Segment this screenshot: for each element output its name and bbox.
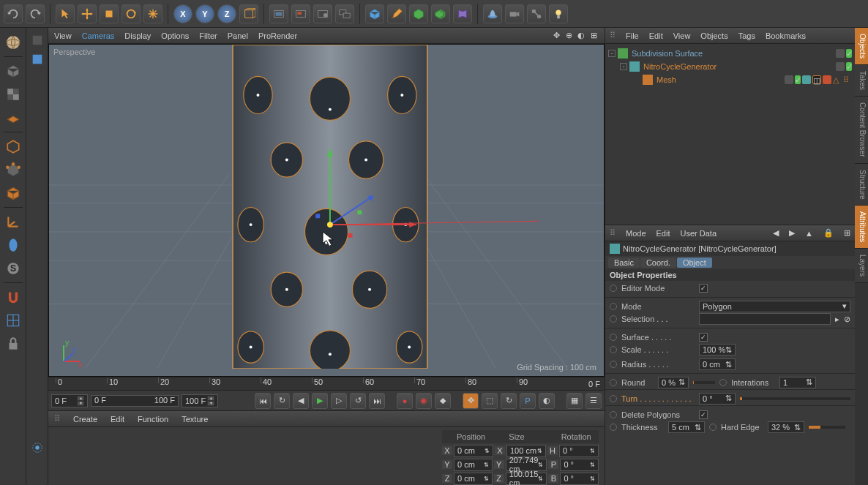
vtab-objects[interactable]: Objects xyxy=(855,28,868,65)
vp-nav-2[interactable]: ⊕ xyxy=(564,31,574,41)
vp-menu-filter[interactable]: Filter xyxy=(199,31,217,40)
key-scale-button[interactable]: ⬚ xyxy=(482,393,498,409)
z-axis-button[interactable]: Z xyxy=(217,4,236,23)
autokey-button[interactable]: ◉ xyxy=(416,393,432,409)
vp-menu-cameras[interactable]: Cameras xyxy=(82,31,115,40)
texture-mode[interactable] xyxy=(3,84,23,105)
size-Z-field[interactable]: 100.015 cm⇅ xyxy=(506,473,547,485)
obj-menu-edit[interactable]: Edit xyxy=(649,31,663,40)
key-pos-button[interactable]: ✥ xyxy=(463,393,479,409)
tab-object[interactable]: Object xyxy=(677,257,712,268)
sculpt-tool[interactable]: S xyxy=(3,258,23,279)
subdivision-button[interactable] xyxy=(409,4,428,23)
primitive-button[interactable] xyxy=(365,4,384,23)
goto-end-button[interactable]: ⏭ xyxy=(369,393,385,409)
move-tool[interactable] xyxy=(78,4,97,23)
editor-mode-checkbox[interactable]: ✓ xyxy=(699,284,708,293)
model-mode[interactable] xyxy=(3,61,23,81)
timeline-opt1[interactable]: ▦ xyxy=(566,393,583,409)
tweak-tool[interactable] xyxy=(3,235,23,255)
prev-frame-button[interactable]: ◀ xyxy=(293,393,309,409)
vp-nav-1[interactable]: ✥ xyxy=(551,31,561,41)
size-X-field[interactable]: 100 cm⇅ xyxy=(506,445,546,457)
render-region-button[interactable] xyxy=(291,4,310,23)
vtab-attributes[interactable]: Attributes xyxy=(855,206,868,249)
attr-menu-mode[interactable]: Mode xyxy=(626,229,646,238)
y-axis-button[interactable]: Y xyxy=(195,4,214,23)
scale-tool[interactable] xyxy=(100,4,119,23)
attr-menu-edit[interactable]: Edit xyxy=(656,229,670,238)
key-rot-button[interactable]: ↻ xyxy=(501,393,517,409)
selection-clear-icon[interactable]: ⊘ xyxy=(844,315,850,324)
tree-item[interactable]: Mesh xyxy=(655,75,782,84)
tab-basic[interactable]: Basic xyxy=(608,257,640,268)
timeline-opt2[interactable]: ☰ xyxy=(585,393,602,409)
key-button[interactable]: ◆ xyxy=(435,393,451,409)
record-button[interactable]: ● xyxy=(397,393,413,409)
filter-1[interactable] xyxy=(27,32,48,48)
obj-menu-view[interactable]: View xyxy=(673,31,691,40)
axis-tool[interactable] xyxy=(3,211,23,232)
size-Y-field[interactable]: 207.749 cm⇅ xyxy=(506,459,547,471)
point-mode[interactable] xyxy=(3,159,23,180)
scale-field[interactable]: 100 %⇅ xyxy=(699,344,736,356)
vp-menu-panel[interactable]: Panel xyxy=(228,31,248,40)
obj-menu-objects[interactable]: Objects xyxy=(700,31,727,40)
end-frame-field[interactable]: 100 F▴▾ xyxy=(182,394,218,407)
attr-nav-up[interactable]: ▲ xyxy=(805,229,813,238)
current-frame-field[interactable]: 0 F▴▾ xyxy=(51,394,88,407)
round-field[interactable]: 0 %⇅ xyxy=(658,377,689,388)
step-fwd-loop-button[interactable]: ↺ xyxy=(350,393,366,409)
menu-function[interactable]: Function xyxy=(138,415,168,424)
selection-pick-icon[interactable]: ▸ xyxy=(835,315,839,324)
coord-system-button[interactable] xyxy=(239,4,258,23)
environment-button[interactable] xyxy=(483,4,502,23)
turn-slider[interactable] xyxy=(740,397,850,400)
viewport[interactable]: Perspective xyxy=(48,44,605,377)
tree-item[interactable]: Subdivision Surface xyxy=(630,49,834,58)
rot-H-field[interactable]: 0 °⇅ xyxy=(559,445,599,457)
thickness-field[interactable]: 5 cm⇅ xyxy=(668,421,705,433)
menu-texture[interactable]: Texture xyxy=(182,415,208,424)
render-queue-button[interactable] xyxy=(335,4,354,23)
redo-button[interactable] xyxy=(26,4,45,23)
camera-button[interactable] xyxy=(505,4,524,23)
render-button[interactable] xyxy=(269,4,288,23)
rot-B-field[interactable]: 0 °⇅ xyxy=(560,473,599,485)
vp-menu-prorender[interactable]: ProRender xyxy=(258,31,297,40)
object-mode[interactable] xyxy=(3,136,23,157)
attr-nav-back[interactable]: ◀ xyxy=(773,228,779,238)
delete-polygons-checkbox[interactable]: ✓ xyxy=(699,410,708,419)
vp-menu-options[interactable]: Options xyxy=(161,31,189,40)
selection-field[interactable] xyxy=(699,313,831,325)
object-tree[interactable]: -Subdivision Surface✓-NitroCycleGenerato… xyxy=(605,44,855,225)
tree-item[interactable]: NitroCycleGenerator xyxy=(642,62,834,71)
magnet-tool[interactable] xyxy=(3,287,23,307)
menu-edit[interactable]: Edit xyxy=(111,415,124,424)
timeline-scrub[interactable]: 0 F100 F xyxy=(91,395,179,407)
vtab-content[interactable]: Content Browser xyxy=(855,97,868,163)
iterations-field[interactable]: 1⇅ xyxy=(779,377,816,388)
vp-menu-display[interactable]: Display xyxy=(124,31,151,40)
surface-checkbox[interactable]: ✓ xyxy=(699,333,708,342)
radius-field[interactable]: 0 cm⇅ xyxy=(699,358,736,370)
workplane-mode[interactable] xyxy=(3,108,23,128)
hardedge-field[interactable]: 32 %⇅ xyxy=(768,421,804,433)
hardedge-slider[interactable] xyxy=(809,426,845,429)
pos-X-field[interactable]: 0 cm⇅ xyxy=(454,445,493,457)
obj-menu-tags[interactable]: Tags xyxy=(738,31,755,40)
pos-Z-field[interactable]: 0 cm⇅ xyxy=(454,473,493,485)
pos-Y-field[interactable]: 0 cm⇅ xyxy=(454,459,493,471)
attr-new[interactable]: ⊞ xyxy=(844,228,850,238)
lock-tool[interactable] xyxy=(3,334,23,354)
mode-dropdown[interactable]: Polygon▾ xyxy=(699,301,850,312)
filter-2[interactable] xyxy=(27,51,48,67)
next-frame-button[interactable]: ▷ xyxy=(331,393,347,409)
timeline-ruler[interactable]: 0 10 20 30 40 50 60 70 80 90 0 F xyxy=(48,377,605,390)
vp-nav-3[interactable]: ◐ xyxy=(576,31,586,41)
joint-button[interactable] xyxy=(527,4,546,23)
goto-start-button[interactable]: ⏮ xyxy=(255,393,271,409)
attr-nav-fwd[interactable]: ▶ xyxy=(789,228,795,238)
deformer-button[interactable] xyxy=(453,4,472,23)
poly-mode[interactable] xyxy=(3,183,23,203)
